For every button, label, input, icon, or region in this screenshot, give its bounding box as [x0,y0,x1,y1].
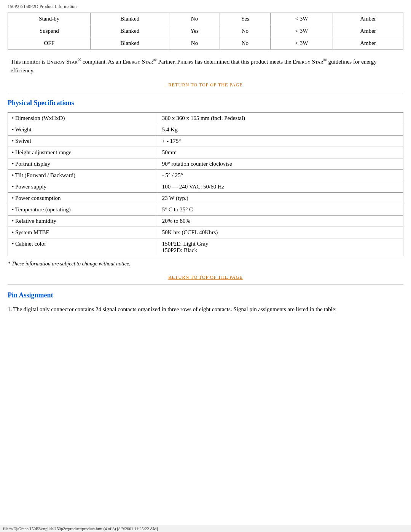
specs-table-row: • Height adjustment range50mm [8,147,403,158]
specs-label: • Relative humidity [8,216,158,227]
power-table-cell: Yes [169,25,220,37]
divider-1 [8,92,403,92]
specs-value: - 5° / 25° [158,170,403,181]
specs-label: • Tilt (Forward / Backward) [8,170,158,181]
specs-label: • Height adjustment range [8,147,158,158]
pin-assignment-heading: Pin Assignment [8,291,403,299]
pin-assignment-paragraph: 1. The digital only connector contains 2… [8,305,403,314]
power-table-cell: Blanked [91,37,169,50]
divider-2 [8,284,403,284]
specs-label: • Power consumption [8,193,158,204]
physical-specs-heading: Physical Specifications [8,99,403,107]
return-to-top-link-1[interactable]: RETURN TO TOP OF THE PAGE [168,82,243,88]
power-table-cell: < 3W [270,13,333,25]
specs-value: 100 — 240 VAC, 50/60 Hz [158,181,403,193]
specs-label: • Cabinet color [8,238,158,256]
specs-label: • Dimension (WxHxD) [8,113,158,124]
specs-label: • System MTBF [8,227,158,238]
specs-value: + - 175° [158,136,403,147]
specs-table-row: • Dimension (WxHxD)380 x 360 x 165 mm (i… [8,113,403,124]
pin-assignment-section: Pin Assignment 1. The digital only conne… [8,291,403,314]
specs-table-row: • Portrait display90° rotation counter c… [8,158,403,170]
power-table-cell: Amber [333,13,403,25]
page-title-bar: 150P2E/150P2D Product Information [8,4,403,10]
specs-value: 90° rotation counter clockwise [158,158,403,170]
specs-table-row: • Power supply100 — 240 VAC, 50/60 Hz [8,181,403,193]
return-to-top-link-2[interactable]: RETURN TO TOP OF THE PAGE [168,274,243,280]
physical-specs-table: • Dimension (WxHxD)380 x 360 x 165 mm (i… [8,112,403,256]
energy-star-paragraph: This monitor is Energy Star® compliant. … [11,56,400,75]
specs-label: • Portrait display [8,158,158,170]
specs-table-row: • Temperature (operating)5° C to 35° C [8,204,403,216]
power-table-cell: No [220,37,270,50]
power-table-cell: Amber [333,25,403,37]
specs-table-row: • Relative humidity20% to 80% [8,216,403,227]
power-table-cell: Amber [333,37,403,50]
power-table-cell: No [169,37,220,50]
power-table-cell: No [169,13,220,25]
power-table-cell: < 3W [270,37,333,50]
specs-value: 5° C to 35° C [158,204,403,216]
specs-label: • Power supply [8,181,158,193]
specs-label: • Weight [8,124,158,136]
power-table-cell: Yes [220,13,270,25]
notice-text: * These information are subject to chang… [8,261,403,267]
power-table-cell: Blanked [91,25,169,37]
power-table-cell: Stand-by [8,13,91,25]
specs-value: 380 x 360 x 165 mm (incl. Pedestal) [158,113,403,124]
power-table-cell: < 3W [270,25,333,37]
specs-table-row: • Swivel+ - 175° [8,136,403,147]
specs-value: 50mm [158,147,403,158]
specs-table-row: • Tilt (Forward / Backward)- 5° / 25° [8,170,403,181]
power-table-cell: Blanked [91,13,169,25]
power-table-cell: No [220,25,270,37]
specs-label: • Temperature (operating) [8,204,158,216]
power-table: Stand-byBlankedNoYes< 3WAmberSuspendBlan… [8,13,403,50]
power-table-cell: OFF [8,37,91,50]
specs-table-row: • Weight5.4 Kg [8,124,403,136]
specs-table-row: • Power consumption23 W (typ.) [8,193,403,204]
status-bar: file:///D|/Grace/150P2/english/150p2e/pr… [0,525,411,532]
specs-value: 20% to 80% [158,216,403,227]
specs-value: 50K hrs (CCFL 40Khrs) [158,227,403,238]
specs-value: 23 W (typ.) [158,193,403,204]
specs-label: • Swivel [8,136,158,147]
specs-value: 5.4 Kg [158,124,403,136]
power-table-cell: Suspend [8,25,91,37]
specs-value: 150P2E: Light Gray150P2D: Black [158,238,403,256]
specs-table-row: • Cabinet color150P2E: Light Gray150P2D:… [8,238,403,256]
specs-table-row: • System MTBF50K hrs (CCFL 40Khrs) [8,227,403,238]
